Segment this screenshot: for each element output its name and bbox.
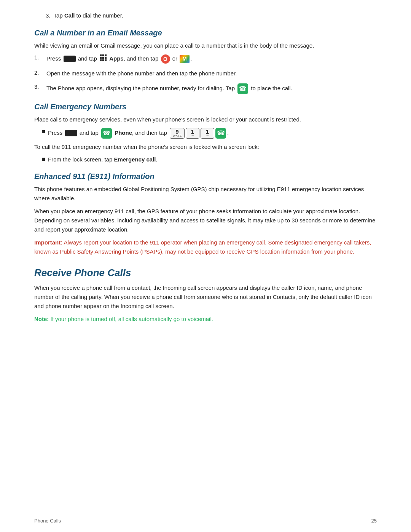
e911-important: Important: Always report your location t…: [34, 238, 377, 256]
emergency-bullet: Press and tap ☎ Phone, and then tap 9 WX…: [42, 128, 377, 139]
key-1a: 1 ∞: [186, 128, 199, 139]
footer-left: Phone Calls: [34, 518, 61, 524]
svg-rect-6: [100, 59, 102, 61]
step3-number: 3.: [34, 83, 43, 90]
important-label: Important:: [34, 239, 62, 246]
keypad-sequence: 9 WXYZ 1 ∞ 1 ∞ ☎: [170, 128, 226, 139]
email-step-2: 2. Open the message with the phone numbe…: [34, 69, 377, 78]
footer: Phone Calls 25: [34, 518, 377, 524]
bullet-square-icon-2: [42, 158, 45, 161]
step2-text: Open the message with the phone number a…: [46, 69, 237, 78]
svg-rect-0: [100, 54, 102, 56]
note-text: If your phone is turned off, all calls a…: [49, 316, 213, 322]
lock-screen-bullet-text: From the lock screen, tap Emergency call…: [48, 155, 158, 164]
step1-text: Press and tap Apps, and then tap O or M.: [46, 54, 192, 64]
section-receive-heading: Receive Phone Calls: [34, 267, 377, 279]
phone-label: Phone: [115, 129, 132, 136]
call-button-icon: ☎: [215, 128, 226, 139]
section-email-heading: Call a Number in an Email Message: [34, 29, 377, 37]
content-area: 3. Tap Call to dial the number. Call a N…: [0, 0, 411, 350]
email-step-1: 1. Press and tap Apps, and then tap O or…: [34, 54, 377, 64]
phone-app-icon: O: [161, 54, 170, 64]
svg-rect-5: [105, 57, 107, 59]
section-emergency-heading: Call Emergency Numbers: [34, 102, 377, 111]
apps-label: Apps: [109, 55, 124, 62]
email-step-3: 3. The Phone app opens, displaying the p…: [34, 83, 377, 94]
step1-number: 1.: [34, 54, 43, 61]
step3-top: 3. Tap Call to dial the number.: [46, 11, 377, 20]
home-button-1: [64, 56, 76, 62]
emergency-call-label: Emergency call: [114, 156, 156, 163]
emergency-bullet-text: Press and tap ☎ Phone, and then tap 9 WX…: [48, 128, 229, 139]
step3-top-text: 3. Tap Call to dial the number.: [46, 12, 123, 19]
apps-grid-icon: [99, 54, 107, 64]
e911-para1: This phone features an embedded Global P…: [34, 185, 377, 203]
phone-app-icon-2: ☎: [101, 128, 112, 139]
key-1b: 1 ∞: [201, 128, 214, 139]
svg-rect-3: [100, 57, 102, 59]
section-email-intro: While viewing an email or Gmail message,…: [34, 41, 377, 50]
svg-rect-1: [102, 54, 104, 56]
home-button-2: [65, 130, 77, 136]
important-text: Always report your location to the 911 o…: [34, 239, 371, 255]
gmail-icon: M: [180, 55, 190, 63]
phone-call-icon: ☎: [237, 83, 248, 94]
section-emergency-intro: Place calls to emergency services, even …: [34, 115, 377, 124]
footer-right: 25: [371, 518, 377, 524]
e911-para2: When you place an emergency 911 call, th…: [34, 207, 377, 234]
section-e911-heading: Enhanced 911 (E911) Information: [34, 172, 377, 181]
key-9: 9 WXYZ: [170, 128, 185, 139]
svg-rect-4: [102, 57, 104, 59]
note-label: Note:: [34, 316, 49, 322]
receive-para1: When you receive a phone call from a con…: [34, 283, 377, 311]
step3-text: The Phone app opens, displaying the phon…: [46, 83, 292, 94]
lock-screen-bullet: From the lock screen, tap Emergency call…: [42, 155, 377, 164]
svg-rect-2: [105, 54, 107, 56]
receive-note: Note: If your phone is turned off, all c…: [34, 315, 377, 324]
step2-number: 2.: [34, 69, 43, 76]
svg-rect-7: [102, 59, 104, 61]
page: 3. Tap Call to dial the number. Call a N…: [0, 0, 411, 532]
locked-screen-text: To call the 911 emergency number when th…: [34, 142, 377, 152]
svg-rect-8: [105, 59, 107, 61]
bullet-square-icon: [42, 130, 45, 133]
